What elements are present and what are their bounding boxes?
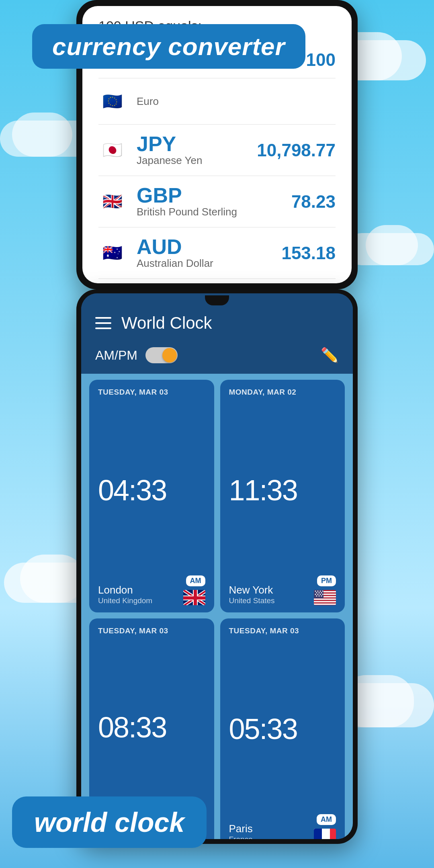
london-city-info: London United Kingdom — [98, 584, 152, 605]
svg-point-18 — [317, 591, 319, 592]
svg-point-30 — [321, 596, 322, 597]
eur-flag: 🇪🇺 — [98, 87, 127, 115]
jpy-name: Japanese Yen — [137, 154, 257, 167]
currency-banner-text: currency converter — [52, 33, 285, 60]
world-clock-screen: World Clock AM/PM ✏️ TUESDAY, MAR 03 04:… — [81, 293, 353, 839]
jpy-flag: 🇯🇵 — [98, 136, 127, 164]
svg-rect-14 — [314, 601, 336, 602]
svg-point-23 — [321, 592, 322, 594]
jpy-code: JPY — [137, 133, 257, 154]
currency-converter-banner: currency converter — [32, 24, 305, 69]
svg-point-26 — [320, 594, 321, 595]
currency-row-aud: 🇦🇺 AUD Australian Dollar 153.18 — [98, 227, 336, 279]
clock-card-paris: TUESDAY, MAR 03 05:33 AM Paris France — [220, 618, 345, 839]
hamburger-button[interactable] — [95, 317, 111, 329]
jpy-info: JPY Japanese Yen — [137, 133, 257, 167]
ampm-toggle[interactable] — [145, 347, 178, 363]
aud-flag: 🇦🇺 — [98, 239, 127, 267]
clock-grid: TUESDAY, MAR 03 04:33 AM London United K… — [81, 374, 353, 839]
gbp-info: GBP British Pound Sterling — [137, 185, 291, 218]
svg-point-19 — [320, 591, 321, 592]
currency-row-jpy: 🇯🇵 JPY Japanese Yen 10,798.77 — [98, 125, 336, 176]
ampm-label: AM/PM — [95, 348, 137, 363]
svg-point-24 — [315, 594, 316, 595]
aud-name: Australian Dollar — [137, 257, 281, 270]
svg-point-21 — [316, 592, 317, 594]
world-clock-title: World Clock — [121, 313, 212, 333]
world-clock-banner-text: world clock — [34, 807, 184, 837]
world-clock-banner: world clock — [12, 796, 207, 848]
newyork-time: 11:33 — [229, 401, 336, 580]
uae-time: 08:33 — [98, 639, 205, 815]
svg-point-28 — [316, 596, 317, 597]
svg-point-22 — [319, 592, 320, 594]
clock-card-london: TUESDAY, MAR 03 04:33 AM London United K… — [89, 380, 214, 612]
london-ampm: AM — [186, 575, 205, 586]
world-clock-phone: World Clock AM/PM ✏️ TUESDAY, MAR 03 04:… — [76, 289, 358, 844]
newyork-bottom: New York United States — [229, 584, 336, 605]
newyork-flag — [314, 590, 336, 605]
gbp-name: British Pound Sterling — [137, 206, 291, 218]
svg-point-27 — [322, 594, 323, 595]
currency-row-eur: 🇪🇺 Euro — [98, 78, 336, 125]
svg-point-17 — [315, 591, 316, 592]
eur-name: Euro — [137, 95, 336, 108]
currency-row-cad: 🇨🇦 CAD Canadian Dollar 133.35 — [98, 279, 336, 283]
paris-country: France — [229, 835, 253, 839]
uae-date: TUESDAY, MAR 03 — [98, 626, 205, 635]
paris-time: 05:33 — [229, 639, 336, 819]
london-city: London — [98, 584, 152, 596]
edit-button[interactable]: ✏️ — [321, 347, 339, 364]
svg-rect-15 — [314, 604, 336, 605]
svg-point-25 — [317, 594, 319, 595]
newyork-ampm: PM — [317, 575, 336, 586]
gbp-code: GBP — [137, 185, 291, 206]
paris-date: TUESDAY, MAR 03 — [229, 626, 336, 635]
world-clock-toolbar: AM/PM ✏️ — [81, 341, 353, 374]
eur-info: Euro — [137, 95, 336, 108]
gbp-flag: 🇬🇧 — [98, 188, 127, 216]
paris-bottom: Paris France — [229, 823, 336, 839]
aud-code: AUD — [137, 236, 281, 257]
newyork-city-info: New York United States — [229, 584, 275, 605]
london-time: 04:33 — [98, 401, 205, 580]
aud-value: 153.18 — [281, 243, 336, 263]
svg-point-20 — [322, 591, 323, 592]
svg-point-29 — [319, 596, 320, 597]
clock-card-newyork: MONDAY, MAR 02 11:33 PM New York United … — [220, 380, 345, 612]
paris-city-info: Paris France — [229, 823, 253, 839]
toggle-knob — [162, 348, 177, 362]
svg-rect-37 — [314, 829, 322, 839]
paris-city: Paris — [229, 823, 253, 835]
svg-rect-8 — [183, 596, 205, 600]
london-bottom: London United Kingdom — [98, 584, 205, 605]
gbp-value: 78.23 — [291, 192, 336, 212]
phone-notch — [205, 295, 229, 305]
newyork-country: United States — [229, 596, 275, 605]
newyork-date: MONDAY, MAR 02 — [229, 388, 336, 397]
svg-rect-13 — [314, 599, 336, 600]
aud-info: AUD Australian Dollar — [137, 236, 281, 270]
paris-flag — [314, 829, 336, 839]
paris-ampm: AM — [317, 814, 336, 825]
london-date: TUESDAY, MAR 03 — [98, 388, 205, 397]
newyork-city: New York — [229, 584, 275, 596]
london-flag — [183, 590, 205, 605]
jpy-value: 10,798.77 — [257, 140, 336, 160]
usd-value: 100 — [306, 50, 336, 70]
london-country: United Kingdom — [98, 596, 152, 605]
currency-row-gbp: 🇬🇧 GBP British Pound Sterling 78.23 — [98, 176, 336, 227]
